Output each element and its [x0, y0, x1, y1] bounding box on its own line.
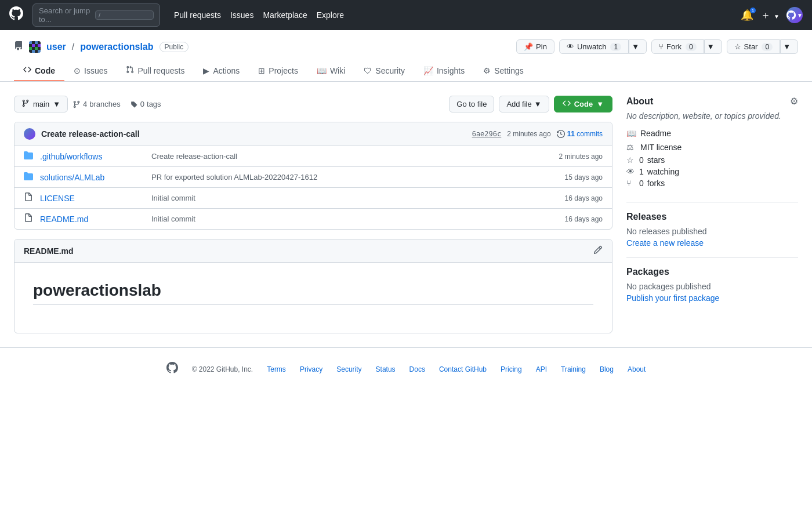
readme-content: poweractionslab: [14, 263, 612, 333]
readme-link[interactable]: 📖 Readme: [626, 128, 798, 139]
readme-link-label: Readme: [640, 129, 671, 138]
add-button[interactable]: ＋ ▼: [760, 8, 780, 22]
table-row: LICENSE Initial commit 16 days ago: [14, 188, 612, 209]
footer-training[interactable]: Training: [561, 365, 586, 373]
watching-count: 1: [639, 167, 644, 176]
fork-group: ⑂ Fork 0 ▼: [651, 39, 722, 54]
branch-links: 4 branches 0 tags: [72, 100, 161, 108]
about-description: No description, website, or topics provi…: [626, 111, 798, 121]
tags-link[interactable]: 0 tags: [130, 100, 161, 108]
about-header: About ⚙: [626, 96, 798, 107]
add-file-label: Add file: [506, 100, 531, 108]
search-bar[interactable]: Search or jump to... /: [32, 3, 160, 27]
file-name-link[interactable]: .github/workflows: [40, 152, 144, 161]
nav-marketplace[interactable]: Marketplace: [263, 10, 307, 20]
no-releases-text: No releases published: [626, 227, 798, 236]
star-icon: ☆: [734, 42, 741, 51]
eye-stat-icon: 👁: [626, 167, 636, 176]
readme-title: README.md: [24, 246, 74, 256]
footer-api[interactable]: API: [536, 365, 547, 373]
commit-hash[interactable]: 6ae296c: [472, 130, 502, 138]
tab-settings[interactable]: ⚙ Settings: [474, 61, 533, 81]
file-icon: [24, 193, 33, 204]
tab-pull-requests[interactable]: Pull requests: [117, 61, 194, 81]
fork-label: Fork: [666, 42, 682, 51]
file-time: 16 days ago: [565, 215, 603, 223]
forks-stat: ⑂ 0 forks: [626, 179, 798, 188]
about-settings-button[interactable]: ⚙: [790, 96, 798, 107]
header-nav: Pull requests Issues Marketplace Explore: [174, 10, 344, 20]
footer-status[interactable]: Status: [376, 365, 396, 373]
commit-count: 11: [567, 130, 575, 138]
fork-button[interactable]: ⑂ Fork 0: [651, 39, 704, 54]
table-row: README.md Initial commit 16 days ago: [14, 209, 612, 229]
header-right: 🔔 1 ＋ ▼ ▼: [741, 7, 803, 23]
readme-edit-button[interactable]: [593, 245, 603, 256]
tab-security[interactable]: 🛡 Security: [354, 61, 414, 81]
footer-copyright: © 2022 GitHub, Inc.: [192, 365, 253, 373]
footer-blog[interactable]: Blog: [600, 365, 614, 373]
code-btn-label: Code: [574, 100, 593, 108]
nav-explore[interactable]: Explore: [317, 10, 344, 20]
tags-count: 0: [140, 100, 144, 108]
search-placeholder: Search or jump to...: [39, 6, 90, 24]
footer-contact[interactable]: Contact GitHub: [439, 365, 487, 373]
folder-icon: [24, 172, 33, 183]
committer-avatar: [24, 128, 35, 140]
nav-pull-requests[interactable]: Pull requests: [174, 10, 221, 20]
notifications-button[interactable]: 🔔 1: [741, 9, 753, 21]
file-name-link[interactable]: README.md: [40, 215, 144, 224]
table-row: solutions/ALMLab PR for exported solutio…: [14, 167, 612, 188]
footer-docs[interactable]: Docs: [409, 365, 425, 373]
branches-link[interactable]: 4 branches: [72, 100, 121, 108]
github-logo[interactable]: [9, 6, 23, 24]
wiki-tab-icon: 📖: [317, 66, 327, 75]
create-release-link[interactable]: Create a new release: [626, 238, 704, 248]
book-icon: 📖: [626, 129, 636, 138]
footer-security[interactable]: Security: [336, 365, 361, 373]
forks-count: 0: [639, 179, 644, 188]
nav-issues[interactable]: Issues: [230, 10, 253, 20]
footer-about[interactable]: About: [628, 365, 646, 373]
file-commit-msg: Create release-action-call: [151, 152, 552, 161]
footer-terms[interactable]: Terms: [267, 365, 286, 373]
owner-avatar-pixels: [29, 41, 41, 53]
unwatch-dropdown[interactable]: ▼: [629, 39, 647, 54]
publish-package-link[interactable]: Publish your first package: [626, 293, 719, 303]
footer-pricing[interactable]: Pricing: [501, 365, 522, 373]
file-name-link[interactable]: solutions/ALMLab: [40, 173, 144, 182]
sidebar-divider-2: [626, 257, 798, 257]
license-link-label: MIT license: [640, 143, 682, 152]
code-button[interactable]: Code ▼: [554, 96, 612, 112]
packages-section: Packages No packages published Publish y…: [626, 267, 798, 303]
repo-name-link[interactable]: poweractionslab: [80, 42, 153, 52]
unwatch-button[interactable]: 👁 Unwatch 1: [559, 39, 629, 54]
code-chevron: ▼: [596, 100, 604, 108]
forks-label: forks: [647, 179, 665, 188]
branch-icon: [21, 99, 30, 109]
commit-count-link[interactable]: 11 commits: [567, 130, 603, 138]
tab-wiki[interactable]: 📖 Wiki: [307, 61, 354, 81]
folder-icon: [24, 151, 33, 162]
tab-insights[interactable]: 📈 Insights: [414, 61, 474, 81]
user-avatar[interactable]: ▼: [786, 7, 803, 23]
unwatch-label: Unwatch: [577, 42, 607, 51]
star-dropdown[interactable]: ▼: [780, 39, 798, 54]
tab-code[interactable]: Code: [14, 61, 64, 81]
go-to-file-button[interactable]: Go to file: [449, 96, 494, 112]
branch-selector[interactable]: main ▼: [14, 96, 68, 112]
star-stat-icon: ☆: [626, 155, 636, 165]
footer-privacy[interactable]: Privacy: [300, 365, 322, 373]
license-link[interactable]: ⚖ MIT license: [626, 141, 798, 153]
tab-projects[interactable]: ⊞ Projects: [249, 61, 307, 81]
file-icon: [24, 213, 33, 224]
file-name-link[interactable]: LICENSE: [40, 194, 144, 203]
tab-issues[interactable]: ⊙ Issues: [64, 61, 117, 81]
repo-owner-link[interactable]: user: [46, 42, 66, 52]
tab-actions[interactable]: ▶ Actions: [194, 61, 249, 81]
file-table: Create release-action-call 6ae296c 2 min…: [14, 122, 612, 230]
pin-button[interactable]: 📌 Pin: [516, 39, 554, 54]
add-file-button[interactable]: Add file ▼: [499, 96, 549, 112]
star-button[interactable]: ☆ Star 0: [727, 39, 781, 54]
fork-dropdown[interactable]: ▼: [704, 39, 722, 54]
